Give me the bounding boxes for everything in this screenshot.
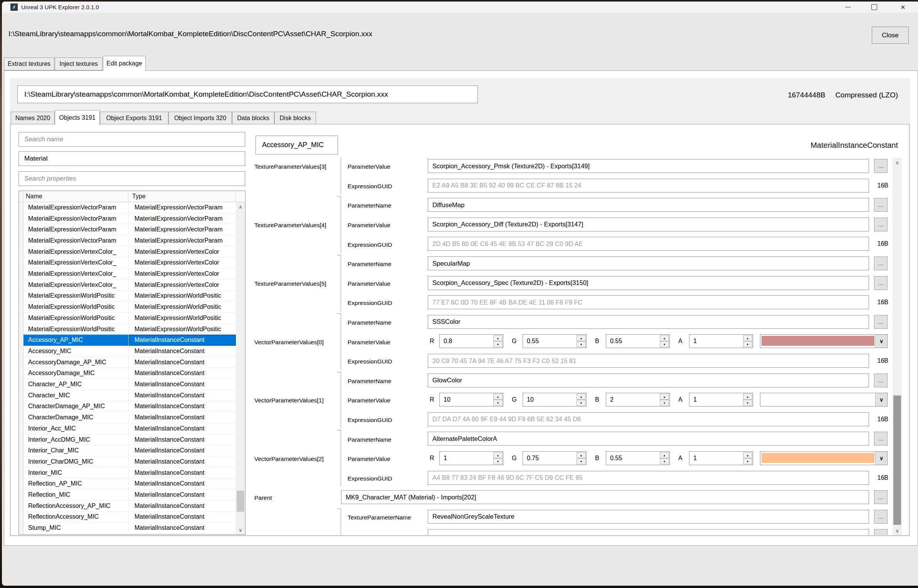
property-textbox[interactable]: SSSColor (428, 315, 869, 329)
spinner-up-icon[interactable]: ▲ (743, 452, 752, 458)
column-header-type[interactable]: Type (128, 191, 236, 202)
property-grid-scrollbar[interactable]: ∧ ∨ (893, 158, 902, 535)
channel-spinner[interactable]: 0.55▲▼ (523, 334, 587, 348)
tab-disk-blocks[interactable]: Disk blocks (274, 112, 316, 124)
chevron-down-icon[interactable]: ∨ (875, 335, 887, 348)
object-name-cell[interactable]: MaterialExpressionVectorParam (24, 224, 128, 235)
spinner-up-icon[interactable]: ▲ (743, 394, 752, 400)
object-type-cell[interactable]: MaterialInstanceConstant (128, 390, 236, 401)
table-row[interactable]: MaterialExpressionVectorParamMaterialExp… (19, 213, 236, 224)
object-name-cell[interactable]: ReflectionAccessory_MIC (24, 512, 128, 523)
table-row[interactable]: Interior_Char_MICMaterialInstanceConstan… (19, 445, 236, 456)
channel-spinner[interactable]: 10▲▼ (523, 393, 587, 407)
tab-names[interactable]: Names 2020 (11, 112, 55, 124)
search-properties-input[interactable] (18, 171, 245, 186)
channel-spinner[interactable]: 1▲▼ (439, 451, 503, 465)
object-name-cell[interactable]: MaterialExpressionVertexColor_ (24, 246, 128, 258)
object-type-cell[interactable]: MaterialExpressionVertexColor (128, 280, 236, 291)
object-name-cell[interactable]: CharacterDamage_AP_MIC (24, 401, 128, 412)
ellipsis-button[interactable]: ... (874, 490, 888, 504)
guid-textbox[interactable]: D7 DA D7 4A 80 9F E9 44 9D F9 6B 5E 62 3… (428, 412, 869, 426)
table-row[interactable]: Reflection_AP_MICMaterialInstanceConstan… (19, 479, 236, 490)
guid-textbox[interactable]: A4 B8 77 83 24 BF F8 46 9D 6C 7F C5 D9 C… (428, 471, 869, 485)
table-row[interactable]: AccessoryDamage_MICMaterialInstanceConst… (19, 368, 236, 379)
channel-spinner[interactable]: 10▲▼ (439, 393, 503, 407)
table-row[interactable]: Character_AP_MICMaterialInstanceConstant (19, 379, 236, 390)
table-row[interactable]: MaterialExpressionWorldPositicMaterialEx… (19, 313, 236, 324)
object-name-cell[interactable]: AccessoryDamage_AP_MIC (24, 357, 128, 368)
spinner-up-icon[interactable]: ▲ (660, 452, 669, 458)
object-type-cell[interactable]: MaterialInstanceConstant (128, 357, 236, 368)
spinner-down-icon[interactable]: ▼ (493, 458, 503, 464)
tab-objects[interactable]: Objects 3191 (55, 110, 100, 125)
tab-edit-package[interactable]: Edit package (103, 56, 146, 71)
object-type-cell[interactable]: MaterialExpressionWorldPositic (128, 302, 236, 313)
search-name-input[interactable] (18, 132, 245, 147)
ellipsis-button[interactable]: ... (874, 529, 888, 535)
object-name-cell[interactable]: MaterialExpressionVectorParam (24, 235, 128, 246)
spinner-up-icon[interactable]: ▲ (493, 335, 503, 341)
object-type-cell[interactable]: MaterialExpressionWorldPositic (128, 313, 236, 324)
object-type-cell[interactable]: MaterialExpressionVectorParam (128, 224, 236, 235)
object-name-cell[interactable]: Reflection_AP_MIC (24, 479, 128, 490)
object-type-cell[interactable]: MaterialInstanceConstant (128, 379, 236, 390)
object-type-cell[interactable]: MaterialInstanceConstant (128, 479, 236, 490)
table-row[interactable]: Interior_MICMaterialInstanceConstant (19, 467, 236, 479)
ellipsis-button[interactable]: ... (874, 374, 888, 387)
ellipsis-button[interactable]: ... (874, 256, 888, 270)
object-name-cell[interactable]: Character_AP_MIC (24, 379, 128, 390)
spinner-down-icon[interactable]: ▼ (660, 458, 669, 464)
spinner-up-icon[interactable]: ▲ (743, 335, 752, 341)
ellipsis-button[interactable]: ... (874, 159, 888, 173)
spinner-up-icon[interactable]: ▲ (660, 335, 669, 341)
color-swatch-dropdown[interactable]: ∨ (760, 393, 888, 407)
table-row[interactable]: Accessory_MICMaterialInstanceConstant (19, 346, 236, 357)
object-type-cell[interactable]: MaterialInstanceConstant (128, 512, 236, 523)
table-row[interactable]: MaterialExpressionVectorParamMaterialExp… (19, 224, 236, 235)
object-name-cell[interactable]: AccessoryDamage_MIC (24, 368, 128, 379)
object-type-cell[interactable]: MaterialInstanceConstant (128, 346, 236, 357)
property-textbox[interactable]: DiffuseMap (428, 198, 869, 212)
object-type-cell[interactable]: MaterialExpressionVectorParam (128, 202, 236, 213)
table-row[interactable]: CharacterDamage_AP_MICMaterialInstanceCo… (19, 401, 236, 412)
ellipsis-button[interactable]: ... (874, 510, 888, 524)
object-name-cell[interactable]: Interior_AccDMG_MIC (24, 434, 128, 446)
table-row[interactable]: MaterialExpressionVectorParamMaterialExp… (19, 202, 236, 213)
chevron-down-icon[interactable]: ∨ (875, 452, 887, 465)
guid-textbox[interactable]: 2D 4D B5 80 0E C6 45 4E 9B 53 47 BC 29 C… (428, 237, 869, 251)
object-type-cell[interactable]: MaterialInstanceConstant (128, 401, 236, 412)
object-name-cell[interactable]: Interior_Acc_MIC (24, 423, 128, 434)
object-name-cell[interactable]: Interior_Char_MIC (24, 445, 128, 456)
color-swatch-dropdown[interactable]: ∨ (760, 451, 888, 465)
chevron-down-icon[interactable]: ∨ (875, 393, 887, 406)
object-name-cell[interactable]: Interior_CharDMG_MIC (24, 456, 128, 467)
table-row[interactable]: Accessory_AP_MICMaterialInstanceConstant (19, 335, 236, 346)
object-name-cell[interactable]: MaterialExpressionWorldPositic (24, 291, 128, 302)
object-type-cell[interactable]: MaterialExpressionWorldPositic (128, 324, 236, 335)
object-type-cell[interactable]: MaterialInstanceConstant (128, 423, 236, 434)
ellipsis-button[interactable]: ... (874, 432, 888, 446)
spinner-up-icon[interactable]: ▲ (493, 452, 503, 458)
table-row[interactable]: CharacterDamage_MICMaterialInstanceConst… (19, 412, 236, 423)
object-name-cell[interactable]: MaterialExpressionVertexColor_ (24, 258, 128, 269)
spinner-down-icon[interactable]: ▼ (577, 458, 586, 464)
channel-spinner[interactable]: 2▲▼ (606, 393, 670, 407)
spinner-down-icon[interactable]: ▼ (493, 341, 503, 347)
guid-textbox[interactable]: E2 A9 A5 B8 3E B5 92 40 99 BC CE CF 87 8… (428, 179, 869, 193)
object-type-cell[interactable]: MaterialExpressionVertexColor (128, 268, 236, 280)
object-type-cell[interactable]: MaterialInstanceConstant (128, 368, 236, 379)
table-row[interactable]: MaterialExpressionWorldPositicMaterialEx… (19, 302, 236, 313)
tab-extract-textures[interactable]: Extract textures (4, 57, 54, 70)
object-name-cell[interactable]: Character_MIC (24, 390, 128, 401)
close-file-button[interactable]: Close (872, 27, 909, 44)
spinner-down-icon[interactable]: ▼ (493, 400, 503, 406)
table-row[interactable]: MaterialExpressionVertexColor_MaterialEx… (19, 246, 236, 258)
tab-object-exports[interactable]: Object Exports 3191 (100, 112, 168, 124)
spinner-up-icon[interactable]: ▲ (493, 394, 503, 400)
ellipsis-button[interactable]: ... (874, 315, 888, 329)
channel-spinner[interactable]: 1▲▼ (689, 334, 753, 348)
property-textbox[interactable]: MK9_Character_MAT (Material) - Imports[2… (341, 490, 869, 504)
object-name-cell[interactable]: Accessory_AP_MIC (24, 335, 128, 346)
table-row[interactable]: MaterialExpressionVertexColor_MaterialEx… (19, 280, 236, 291)
table-row[interactable]: Character_MICMaterialInstanceConstant (19, 390, 236, 401)
